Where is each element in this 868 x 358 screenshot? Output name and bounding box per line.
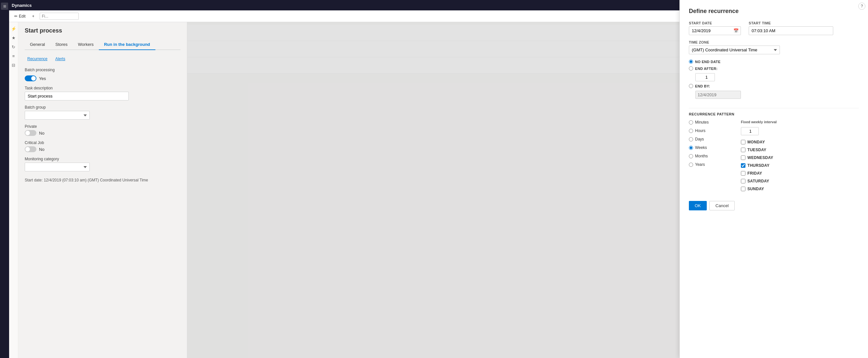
sub-tab-recurrence[interactable]: Recurrence — [25, 55, 50, 62]
brand-label: Dynamics — [12, 3, 32, 8]
years-option: Years — [689, 162, 728, 167]
sub-tab-alerts[interactable]: Alerts — [53, 55, 68, 62]
friday-row: FRIDAY — [741, 171, 777, 176]
friday-label: FRIDAY — [747, 171, 762, 176]
tuesday-row: TUESDAY — [741, 148, 777, 152]
hours-label: Hours — [695, 128, 706, 133]
calendar-icon[interactable]: 📅 — [732, 28, 741, 33]
monday-checkbox[interactable] — [741, 140, 745, 144]
batch-processing-title: Batch processing — [25, 68, 180, 72]
end-by-option: END BY: — [689, 84, 859, 88]
toggle-knob — [25, 131, 30, 135]
start-datetime-section: Start date 📅 Start time — [689, 22, 859, 35]
monitoring-category-select[interactable] — [25, 162, 90, 171]
private-label: Private — [25, 124, 180, 129]
content-area: ⚡ ★ ↻ ≡ ⊟ Ho Prep Mo Gene Up Upda — [9, 22, 868, 358]
tab-general[interactable]: General — [25, 39, 50, 50]
sidebar-icon-list[interactable]: ≡ — [10, 52, 18, 60]
recurrence-pattern-options: Minutes Hours Days Weeks — [689, 120, 728, 193]
cancel-button[interactable]: Cancel — [709, 201, 735, 210]
weeks-option: Weeks — [689, 145, 728, 150]
weeks-radio[interactable] — [689, 146, 693, 150]
tab-stores[interactable]: Stores — [50, 39, 73, 50]
years-radio[interactable] — [689, 162, 693, 167]
end-after-radio[interactable] — [689, 66, 693, 70]
months-radio[interactable] — [689, 154, 693, 158]
weeks-label: Weeks — [695, 145, 707, 150]
time-zone-select[interactable]: (GMT) Coordinated Universal Time (GMT-05… — [689, 46, 780, 54]
minutes-label: Minutes — [695, 120, 709, 124]
sunday-checkbox[interactable] — [741, 187, 745, 191]
private-toggle-label: No — [39, 131, 44, 136]
saturday-label: SATURDAY — [747, 179, 769, 183]
hours-option: Hours — [689, 128, 728, 133]
monitoring-category-label: Monitoring category — [25, 157, 180, 161]
sidebar-icon-grid[interactable]: ⊟ — [10, 61, 18, 69]
section-divider — [689, 108, 859, 108]
toggle-knob — [31, 76, 36, 81]
private-toggle[interactable] — [25, 130, 36, 136]
sidebar-icon-filter[interactable]: ⚡ — [10, 25, 18, 32]
thursday-row: THURSDAY — [741, 163, 777, 168]
start-date-input[interactable] — [689, 27, 732, 35]
saturday-row: SATURDAY — [741, 179, 777, 183]
batch-group-label: Batch group — [25, 105, 180, 110]
end-after-option: END AFTER: — [689, 66, 859, 70]
time-zone-label: Time zone — [689, 40, 859, 44]
batch-processing-label: Yes — [39, 76, 46, 81]
start-date-field: Start date 📅 — [689, 22, 741, 35]
sidebar-icon-refresh[interactable]: ↻ — [10, 43, 18, 51]
end-after-input[interactable] — [695, 73, 715, 81]
end-by-date-input[interactable] — [695, 91, 741, 99]
search-input[interactable] — [40, 13, 79, 20]
critical-job-toggle[interactable] — [25, 146, 36, 152]
days-label: Days — [695, 137, 704, 142]
time-zone-field: Time zone (GMT) Coordinated Universal Ti… — [689, 40, 859, 54]
months-label: Months — [695, 154, 708, 158]
tab-workers[interactable]: Workers — [73, 39, 99, 50]
private-row: No — [25, 130, 180, 136]
toggle-knob — [25, 147, 30, 151]
years-label: Years — [695, 162, 705, 167]
friday-checkbox[interactable] — [741, 171, 745, 176]
sidebar: ⚡ ★ ↻ ≡ ⊟ — [9, 22, 18, 358]
tuesday-label: TUESDAY — [747, 148, 766, 152]
app-container: Dynamics ✏ Edit + ⚡ ★ ↻ ≡ ⊟ Ho Prep — [9, 0, 868, 358]
end-by-radio[interactable] — [689, 84, 693, 88]
no-end-date-radio[interactable] — [689, 60, 693, 64]
start-time-field: Start time — [749, 22, 833, 35]
monday-row: MONDAY — [741, 140, 777, 144]
sidebar-icon-star[interactable]: ★ — [10, 34, 18, 41]
ok-button[interactable]: OK — [689, 201, 707, 210]
weekly-interval-input[interactable] — [741, 127, 759, 135]
days-radio[interactable] — [689, 137, 693, 142]
weekly-interval-row — [741, 127, 777, 135]
help-icon[interactable]: ? — [858, 3, 865, 10]
batch-group-select[interactable] — [25, 111, 90, 120]
minutes-radio[interactable] — [689, 120, 693, 124]
task-description-input[interactable] — [25, 92, 129, 100]
hours-radio[interactable] — [689, 129, 693, 133]
tuesday-checkbox[interactable] — [741, 148, 745, 152]
start-time-input[interactable] — [749, 26, 833, 35]
batch-processing-toggle[interactable] — [25, 76, 36, 81]
end-after-label: END AFTER: — [695, 67, 717, 70]
monday-label: MONDAY — [747, 140, 765, 144]
saturday-checkbox[interactable] — [741, 179, 745, 183]
wednesday-label: WEDNESDAY — [747, 155, 773, 160]
wednesday-checkbox[interactable] — [741, 155, 745, 160]
edit-icon: ✏ — [14, 14, 18, 19]
nav-grid-icon[interactable]: ⊞ — [1, 3, 8, 10]
task-description-group: Task description — [25, 86, 180, 100]
edit-button[interactable]: ✏ Edit — [12, 13, 28, 20]
panel-title: Start process — [25, 27, 180, 34]
tab-run-in-background[interactable]: Run in the background — [99, 39, 155, 50]
start-process-panel: Start process General Stores Workers Run… — [18, 22, 187, 358]
monitoring-category-group: Monitoring category — [25, 157, 180, 171]
left-nav: ⊞ — [0, 0, 9, 358]
recurrence-layout: Minutes Hours Days Weeks — [689, 120, 859, 193]
batch-group-group: Batch group — [25, 105, 180, 120]
add-button[interactable]: + — [30, 13, 37, 20]
thursday-checkbox[interactable] — [741, 163, 745, 168]
minutes-option: Minutes — [689, 120, 728, 124]
